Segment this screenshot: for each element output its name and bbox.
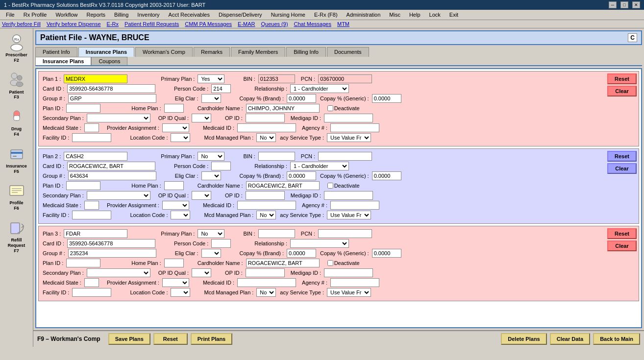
print-plans-button[interactable]: Print Plans: [191, 333, 232, 345]
toolbar-queues[interactable]: Queues (9): [261, 21, 288, 27]
plan-2-personcode-input[interactable]: [211, 162, 231, 170]
plan-2-relationship-select[interactable]: 1 - Cardholder: [290, 162, 349, 170]
menu-help[interactable]: Help: [405, 11, 424, 19]
sidebar-item-drug[interactable]: DrugF4: [1, 104, 32, 140]
plan-2-homeplan-input[interactable]: [164, 181, 184, 190]
plan-2-mcdmgd-select[interactable]: NoYes: [256, 211, 276, 219]
plan-3-deactivate-checkbox[interactable]: [327, 260, 333, 266]
plan-3-primary-select[interactable]: YesNo: [198, 229, 224, 238]
plan-3-facilityid-input[interactable]: [72, 288, 111, 297]
plan-2-provassign-select[interactable]: [162, 201, 189, 210]
plan-1-acysvc-select[interactable]: Use Value Fr: [327, 133, 371, 142]
plan-1-personcode-input[interactable]: [211, 84, 231, 93]
toolbar-verify-fill[interactable]: Verify before Fill: [2, 21, 41, 27]
plan-2-acysvc-select[interactable]: Use Value Fr: [327, 211, 371, 219]
menu-acct-receivables[interactable]: Acct Receivables: [165, 11, 214, 19]
tab-documents[interactable]: Documents: [327, 47, 369, 57]
plan-2-medigap-input[interactable]: [324, 191, 373, 200]
plan-1-cardholder-input[interactable]: [246, 104, 320, 113]
plan-2-reset-button[interactable]: Reset: [607, 151, 637, 162]
menu-administration[interactable]: Administration: [343, 11, 385, 19]
plan-1-copay-brand-input[interactable]: [287, 94, 316, 103]
clear-data-button[interactable]: Clear Data: [550, 333, 590, 345]
sub-tab-insurance-plans[interactable]: Insurance Plans: [35, 57, 91, 65]
plan-3-eligclar-select[interactable]: [201, 249, 221, 258]
menu-nursing-home[interactable]: Nursing Home: [267, 11, 309, 19]
plan-3-mcdmgd-select[interactable]: NoYes: [256, 288, 276, 297]
plan-2-opidqual-select[interactable]: [192, 191, 211, 200]
menu-misc[interactable]: Misc: [385, 11, 404, 19]
plan-1-medstate-input[interactable]: [84, 123, 99, 132]
menu-inventory[interactable]: Inventory: [133, 11, 163, 19]
plan-2-agency-input[interactable]: [330, 201, 379, 210]
plan-2-loccode-select[interactable]: [171, 211, 190, 219]
plan-2-eligclar-select[interactable]: [201, 171, 221, 180]
insurance-content[interactable]: Reset Clear Plan 1 : Primary Plan : YesN…: [35, 68, 642, 328]
menu-erx[interactable]: E-Rx (F8): [310, 11, 342, 19]
toolbar-mtm[interactable]: MTM: [337, 21, 349, 27]
save-plans-button[interactable]: Save Plans: [108, 333, 150, 345]
menu-reports[interactable]: Reports: [82, 11, 109, 19]
plan-3-agency-input[interactable]: [330, 278, 379, 287]
plan-3-planid-input[interactable]: [66, 259, 100, 267]
sub-tab-coupons[interactable]: Coupons: [91, 57, 127, 65]
plan-3-group-input[interactable]: [68, 249, 156, 258]
plan-1-provassign-select[interactable]: [162, 123, 189, 132]
plan-3-bin-input[interactable]: [258, 229, 295, 238]
plan-3-acysvc-select[interactable]: Use Value Fr: [327, 288, 371, 297]
plan-3-opidqual-select[interactable]: [192, 268, 211, 277]
plan-1-copay-generic-input[interactable]: [372, 94, 401, 103]
toolbar-verify-dispense[interactable]: Verify before Dispense: [47, 21, 101, 27]
plan-1-clear-button[interactable]: Clear: [607, 86, 637, 96]
plan-2-clear-button[interactable]: Clear: [607, 163, 637, 174]
plan-2-bin-input[interactable]: [258, 152, 295, 161]
tab-family-members[interactable]: Family Members: [231, 47, 285, 57]
plan-3-opid-input[interactable]: [246, 268, 285, 277]
toolbar-patient-refill[interactable]: Patient Refill Requests: [124, 21, 179, 27]
plan-2-deactivate-checkbox[interactable]: [327, 183, 333, 189]
menu-dispense-delivery[interactable]: Dispense/Delivery: [215, 11, 266, 19]
plan-1-loccode-select[interactable]: [171, 133, 190, 142]
plan-3-copay-brand-input[interactable]: [287, 249, 316, 258]
plan-3-medstate-input[interactable]: [84, 278, 99, 287]
tab-workmans-comp[interactable]: Workman's Comp: [135, 47, 193, 57]
plan-1-relationship-select[interactable]: 1 - Cardholder: [290, 84, 349, 93]
menu-billing[interactable]: Billing: [110, 11, 132, 19]
plan-1-reset-button[interactable]: Reset: [607, 73, 637, 84]
plan-2-primary-select[interactable]: YesNo: [198, 152, 224, 161]
plan-1-mcdmgd-select[interactable]: NoYes: [256, 133, 276, 142]
plan-3-reset-button[interactable]: Reset: [607, 228, 637, 239]
close-button[interactable]: ✕: [632, 1, 640, 8]
tab-patient-info[interactable]: Patient Info: [35, 47, 77, 57]
menu-rx-profile[interactable]: Rx Profile: [20, 11, 51, 19]
sidebar-item-profile[interactable]: ProfileF6: [1, 178, 32, 214]
back-to-main-button[interactable]: Back to Main: [593, 333, 640, 345]
plan-2-copay-brand-input[interactable]: [287, 171, 316, 180]
plan-1-homeplan-input[interactable]: [164, 104, 184, 113]
plan-2-planid-input[interactable]: [66, 181, 100, 190]
plan-1-agency-input[interactable]: [330, 123, 379, 132]
plan-2-name-input[interactable]: [64, 152, 127, 161]
plan-1-cardid-input[interactable]: [67, 84, 155, 93]
toolbar-cmm-pa[interactable]: CMM PA Messages: [185, 21, 232, 27]
sidebar-item-patient[interactable]: PatientF3: [1, 68, 32, 103]
plan-2-pcn-input[interactable]: [318, 152, 372, 161]
sidebar-item-prescriber[interactable]: Rx PrescriberF2: [1, 30, 32, 66]
minimize-button[interactable]: ─: [609, 1, 617, 8]
plan-1-medid-input[interactable]: [237, 123, 296, 132]
plan-1-secplan-select[interactable]: [87, 114, 150, 122]
plan-3-loccode-select[interactable]: [171, 288, 190, 297]
plan-2-medid-input[interactable]: [237, 201, 296, 210]
sidebar-item-insurance[interactable]: InsuranceF5: [1, 142, 32, 177]
tab-billing-info[interactable]: Billing Info: [286, 47, 326, 57]
plan-2-secplan-select[interactable]: [87, 191, 150, 200]
maximize-button[interactable]: □: [620, 1, 628, 8]
plan-2-cardid-input[interactable]: [67, 162, 155, 170]
menu-workflow[interactable]: Workflow: [51, 11, 81, 19]
toolbar-erx[interactable]: E-Rx: [107, 21, 119, 27]
plan-2-medstate-input[interactable]: [84, 201, 99, 210]
menu-exit[interactable]: Exit: [446, 11, 462, 19]
plan-3-provassign-select[interactable]: [162, 278, 189, 287]
plan-3-secplan-select[interactable]: [87, 268, 150, 277]
menu-lock[interactable]: Lock: [425, 11, 445, 19]
